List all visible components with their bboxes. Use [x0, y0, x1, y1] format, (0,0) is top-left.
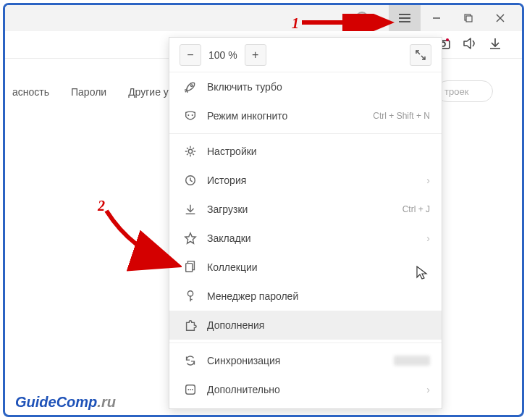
clock-icon — [181, 174, 200, 187]
watermark-suffix: .ru — [97, 394, 116, 410]
sound-icon — [463, 37, 477, 50]
svg-point-7 — [446, 38, 449, 41]
search-placeholder: троек — [444, 86, 468, 97]
minimize-button[interactable] — [421, 5, 452, 31]
menu-item-label: Коллекции — [207, 261, 258, 273]
puzzle-icon — [181, 319, 200, 332]
zoom-out-button[interactable]: − — [180, 44, 201, 66]
zoom-row: − 100 % + — [169, 38, 442, 72]
svg-point-13 — [190, 85, 193, 87]
chevron-right-icon: › — [426, 175, 430, 186]
maximize-icon — [464, 14, 473, 22]
menu-item-more[interactable]: Дополнительно› — [169, 375, 442, 404]
tab-passwords[interactable]: Пароли — [71, 86, 106, 98]
collection-icon — [181, 261, 200, 274]
watermark-text: GuideComp — [15, 394, 97, 410]
minimize-icon — [432, 14, 441, 22]
svg-marker-20 — [185, 233, 195, 243]
menu-item-clock[interactable]: История› — [169, 166, 442, 195]
hamburger-icon — [399, 14, 410, 22]
sync-icon — [181, 354, 200, 367]
tab-partial[interactable]: Другие у — [128, 86, 169, 98]
watermark: GuideComp.ru — [15, 394, 116, 411]
menu-item-label: Дополнения — [207, 319, 264, 331]
star-icon — [181, 232, 200, 245]
menu-item-sync[interactable]: Синхронизация — [169, 346, 442, 375]
search-field[interactable]: троек — [437, 80, 493, 102]
menu-item-label: Закладки — [207, 232, 251, 244]
menu-item-collection[interactable]: Коллекции — [169, 253, 442, 282]
zoom-value: 100 % — [208, 49, 237, 61]
svg-point-22 — [187, 291, 193, 296]
close-icon — [496, 14, 505, 22]
main-menu: − 100 % + Включить турбоРежим инкогнитоC… — [169, 37, 442, 409]
menu-item-label: Режим инкогнито — [207, 110, 287, 122]
gear-icon — [181, 145, 200, 158]
menu-separator — [169, 343, 442, 343]
tab-partial[interactable]: асность — [12, 86, 49, 98]
fullscreen-button[interactable] — [410, 44, 431, 66]
svg-marker-8 — [464, 38, 471, 49]
downloads-button[interactable] — [489, 37, 502, 53]
menu-item-label: Менеджер паролей — [207, 290, 298, 302]
menu-item-gear[interactable]: Настройки — [169, 137, 442, 166]
download-icon — [489, 37, 502, 50]
close-button[interactable] — [484, 5, 516, 31]
titlebar — [5, 5, 522, 31]
menu-item-label: Синхронизация — [207, 355, 280, 366]
sound-button[interactable] — [463, 37, 477, 53]
download-icon — [181, 203, 200, 216]
fullscreen-icon — [416, 50, 426, 60]
menu-item-label: История — [207, 175, 246, 186]
annotation-1: 1 — [292, 15, 299, 32]
mask-icon — [181, 109, 200, 122]
menu-item-label: Настройки — [207, 146, 257, 157]
svg-rect-2 — [466, 16, 472, 22]
rocket-icon — [181, 80, 200, 93]
menu-item-puzzle[interactable]: Дополнения — [169, 311, 442, 340]
arrow-2 — [102, 206, 182, 272]
zoom-in-button[interactable]: + — [245, 44, 266, 66]
more-icon — [181, 383, 200, 396]
chevron-right-icon: › — [426, 232, 430, 244]
menu-item-label: Дополнительно — [207, 384, 280, 395]
menu-shortcut: Ctrl + Shift + N — [373, 111, 430, 121]
menu-separator — [169, 133, 442, 134]
page-tabs: асность Пароли Другие у — [12, 86, 169, 98]
key-icon — [181, 290, 200, 303]
maximize-button[interactable] — [452, 5, 484, 31]
svg-rect-21 — [186, 264, 193, 272]
arrow-1 — [300, 14, 395, 31]
app-window: асность Пароли Другие у троек − 100 % + … — [3, 3, 524, 417]
svg-point-27 — [190, 389, 191, 390]
menu-item-mask[interactable]: Режим инкогнитоCtrl + Shift + N — [169, 101, 442, 130]
menu-shortcut: Ctrl + J — [402, 204, 430, 214]
menu-item-label: Включить турбо — [207, 81, 282, 93]
svg-point-14 — [187, 114, 189, 116]
svg-point-16 — [188, 149, 192, 153]
chevron-right-icon: › — [426, 384, 430, 395]
menu-item-rocket[interactable]: Включить турбо — [169, 72, 442, 101]
svg-point-15 — [192, 114, 193, 116]
menu-item-key[interactable]: Менеджер паролей — [169, 282, 442, 311]
blurred-text — [394, 356, 430, 366]
svg-point-26 — [187, 389, 189, 390]
menu-item-star[interactable]: Закладки› — [169, 224, 442, 253]
menu-item-label: Загрузки — [207, 203, 248, 215]
svg-point-28 — [192, 389, 193, 390]
menu-item-download[interactable]: ЗагрузкиCtrl + J — [169, 195, 442, 224]
